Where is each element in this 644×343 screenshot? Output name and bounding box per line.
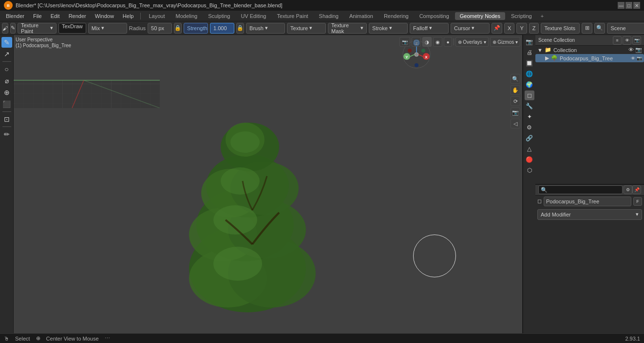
menu-help[interactable]: Help xyxy=(119,12,138,20)
fill-tool-btn[interactable]: ⬛ xyxy=(1,99,12,109)
shading-wireframe-btn[interactable]: ⬚ xyxy=(412,37,421,47)
radius-lock-icon[interactable]: 🔒 xyxy=(174,23,182,34)
tab-geometry-nodes[interactable]: Geometry Nodes xyxy=(455,12,505,20)
tab-sculpting[interactable]: Sculpting xyxy=(203,12,235,20)
props-tab-constraints[interactable]: 🔗 xyxy=(525,133,534,143)
tree-object-item[interactable]: ▶ 🌳 Podocarpus_Big_Tree 👁 📷 xyxy=(535,54,644,62)
falloff-dropdown[interactable]: Falloff ▾ xyxy=(410,23,449,34)
minimize-button[interactable]: — xyxy=(618,2,625,9)
tab-rendering[interactable]: Rendering xyxy=(379,12,414,20)
clone-tool-btn[interactable]: ⊕ xyxy=(1,87,12,98)
props-settings-btn[interactable]: ⚙ xyxy=(624,185,632,194)
outliner-render-btn[interactable]: 📷 xyxy=(632,36,641,45)
pan-btn[interactable]: ✋ xyxy=(511,85,520,95)
scene-dropdown[interactable]: Scene xyxy=(607,23,644,34)
draw-tool-btn[interactable]: ✎ xyxy=(1,37,12,48)
strength-value[interactable]: 1.000 xyxy=(210,23,234,34)
tab-compositing[interactable]: Compositing xyxy=(415,12,454,20)
maximize-button[interactable]: □ xyxy=(625,2,632,9)
menu-blender[interactable]: Blender xyxy=(2,12,28,20)
scene-icon[interactable]: 🔍 xyxy=(594,23,605,34)
menu-render[interactable]: Render xyxy=(65,12,90,20)
collection-item[interactable]: ▼ 📁 Collection 👁 📷 xyxy=(535,46,644,54)
shading-solid-btn[interactable]: ◑ xyxy=(422,37,432,47)
gizmos-btn[interactable]: ⊕ Gizmos ▾ xyxy=(490,37,520,47)
tab-shading[interactable]: Shading xyxy=(314,12,343,20)
object-name-field[interactable] xyxy=(544,197,631,206)
layout-icon[interactable]: ⊞ xyxy=(582,23,592,34)
texture-slots-dropdown[interactable]: Texture Slots xyxy=(541,23,580,34)
magnify-btn[interactable]: 🔍 xyxy=(511,74,520,84)
tree-render-icon[interactable]: 📷 xyxy=(637,56,642,61)
props-tab-output[interactable]: 🖨 xyxy=(525,48,534,57)
props-tab-particles[interactable]: ✦ xyxy=(525,112,534,122)
cursor-dropdown[interactable]: Cursor ▾ xyxy=(451,23,490,34)
tree-label: Podocarpus_Big_Tree xyxy=(560,55,613,61)
props-tab-shader-fx[interactable]: ⬡ xyxy=(525,165,534,175)
props-tab-world[interactable]: 🌍 xyxy=(525,80,534,90)
collection-render-icon[interactable]: 📷 xyxy=(635,47,642,53)
brush-dropdown[interactable]: Brush ▾ xyxy=(246,23,285,34)
props-tab-material[interactable]: 🔴 xyxy=(525,155,534,164)
paint-icon-btn[interactable]: 🖌 xyxy=(2,23,8,34)
title-bar: B Blender* [C:\Users\lenov\Desktop\Podoc… xyxy=(0,0,644,11)
menu-window[interactable]: Window xyxy=(91,12,118,20)
props-tab-render[interactable]: 📷 xyxy=(525,37,534,47)
tab-layout[interactable]: Layout xyxy=(144,12,170,20)
radius-value[interactable]: 50 px xyxy=(148,23,172,34)
stroke-dropdown[interactable]: Stroke ▾ xyxy=(369,23,408,34)
tab-modeling[interactable]: Modeling xyxy=(170,12,202,20)
y-axis-btn[interactable]: Y xyxy=(516,23,527,34)
select-tool-btn[interactable]: ↗ xyxy=(1,49,12,59)
shading-material-btn[interactable]: ◉ xyxy=(433,37,442,47)
props-pin-btn[interactable]: 📌 xyxy=(632,185,641,194)
mode-dropdown[interactable]: Texture Paint ▾ xyxy=(18,23,57,34)
blend-mode-dropdown[interactable]: Mix ▾ xyxy=(88,23,127,34)
props-tab-object[interactable]: ◻ xyxy=(525,90,534,100)
fake-user-btn[interactable]: F xyxy=(633,197,642,206)
shading-render-btn[interactable]: ● xyxy=(444,37,452,47)
collapse-btn[interactable]: ◁ xyxy=(511,119,520,128)
add-workspace-button[interactable]: + xyxy=(538,12,547,20)
tab-texture-paint[interactable]: Texture Paint xyxy=(272,12,313,20)
texture-dropdown[interactable]: Texture ▾ xyxy=(287,23,326,34)
outliner-filter-btn[interactable]: ≡ xyxy=(613,36,622,45)
viewport-header: User Perspective (1) Podocarpus_Big_Tree xyxy=(16,37,71,48)
mask-tool-btn[interactable]: ⊡ xyxy=(1,114,12,125)
strength-lock-icon[interactable]: 🔒 xyxy=(236,23,244,34)
pin-icon[interactable]: 📌 xyxy=(492,23,502,34)
overlays-btn[interactable]: ⊕ Overlays ▾ xyxy=(455,37,489,47)
tab-animation[interactable]: Animation xyxy=(344,12,378,20)
camera-view-btn[interactable]: 📷 xyxy=(511,108,520,117)
texture-mask-dropdown[interactable]: Texture Mask ▾ xyxy=(328,23,367,34)
brush-icon-btn[interactable]: ✎ xyxy=(10,23,16,34)
svg-point-35 xyxy=(421,49,425,53)
viewport[interactable]: User Perspective (1) Podocarpus_Big_Tree… xyxy=(14,35,522,333)
props-tab-physics[interactable]: ⚙ xyxy=(525,123,534,132)
menu-edit[interactable]: Edit xyxy=(47,12,64,20)
smear-tool-btn[interactable]: ⌀ xyxy=(1,75,12,86)
tree-visibility-icon[interactable]: 👁 xyxy=(631,56,635,61)
brush-name-field[interactable]: TexDraw xyxy=(58,23,86,34)
menu-file[interactable]: File xyxy=(29,12,46,20)
z-axis-btn[interactable]: Z xyxy=(529,23,539,34)
svg-point-22 xyxy=(221,167,260,195)
orbit-btn[interactable]: ⟳ xyxy=(511,96,520,106)
props-tab-modifiers[interactable]: 🔧 xyxy=(525,101,534,111)
collection-visibility-icon[interactable]: 👁 xyxy=(628,47,634,53)
tab-uv-editing[interactable]: UV Editing xyxy=(236,12,271,20)
tab-scripting[interactable]: Scripting xyxy=(506,12,537,20)
outliner-visibility-btn[interactable]: 👁 xyxy=(623,36,631,45)
close-button[interactable]: ✕ xyxy=(633,2,640,9)
add-modifier-button[interactable]: Add Modifier ▾ xyxy=(537,209,642,220)
x-axis-btn[interactable]: X xyxy=(504,23,514,34)
camera-icon-btn[interactable]: 📷 xyxy=(399,37,410,47)
title-bar-controls[interactable]: — □ ✕ xyxy=(618,2,640,9)
properties-search[interactable] xyxy=(538,185,623,194)
props-tab-view[interactable]: 🔲 xyxy=(525,58,534,68)
props-tab-data[interactable]: △ xyxy=(525,144,534,154)
object-type-icon: ◻ xyxy=(537,198,542,204)
soften-tool-btn[interactable]: ○ xyxy=(1,64,12,74)
annotate-tool-btn[interactable]: ✏ xyxy=(1,129,12,140)
props-tab-scene[interactable]: 🌐 xyxy=(525,69,534,79)
